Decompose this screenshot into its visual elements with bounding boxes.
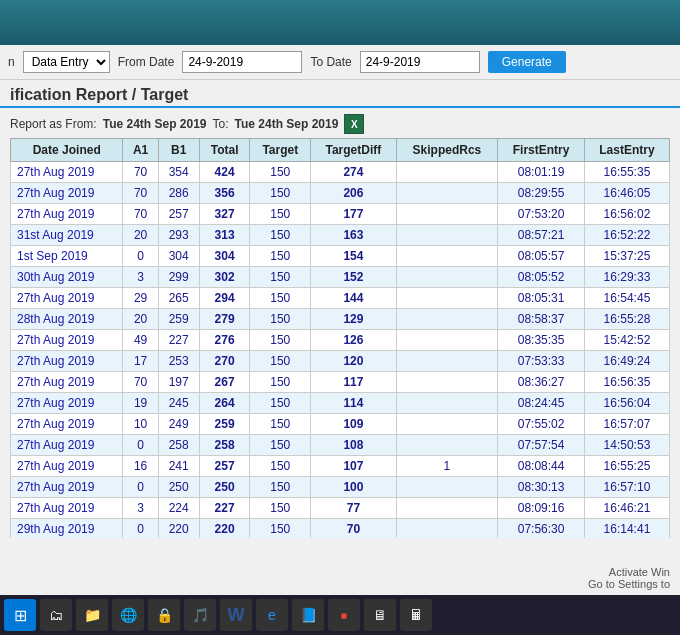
chrome-icon[interactable]: ●	[328, 599, 360, 631]
start-button[interactable]: ⊞	[4, 599, 36, 631]
cell-r9-c4: 150	[250, 351, 311, 372]
cell-r17-c3: 220	[199, 519, 250, 539]
top-bar	[0, 0, 680, 45]
table-row: 30th Aug 2019329930215015208:05:5216:29:…	[11, 267, 670, 288]
cell-r2-c8: 16:56:02	[584, 204, 669, 225]
cell-r1-c7: 08:29:55	[498, 183, 585, 204]
task-view-button[interactable]: 🗂	[40, 599, 72, 631]
cell-r6-c1: 29	[123, 288, 158, 309]
cell-r10-c5: 117	[311, 372, 397, 393]
cell-r9-c1: 17	[123, 351, 158, 372]
calc-icon[interactable]: 🖩	[400, 599, 432, 631]
cell-r16-c4: 150	[250, 498, 311, 519]
cell-r13-c8: 14:50:53	[584, 435, 669, 456]
security-icon[interactable]: 🔒	[148, 599, 180, 631]
files-icon[interactable]: 📁	[76, 599, 108, 631]
cell-r16-c0: 27th Aug 2019	[11, 498, 123, 519]
cell-r0-c4: 150	[250, 162, 311, 183]
cell-r14-c1: 16	[123, 456, 158, 477]
cell-r1-c2: 286	[158, 183, 199, 204]
browser-icon[interactable]: 🌐	[112, 599, 144, 631]
cell-r8-c1: 49	[123, 330, 158, 351]
cell-r15-c8: 16:57:10	[584, 477, 669, 498]
table-row: 27th Aug 20191924526415011408:24:4516:56…	[11, 393, 670, 414]
cell-r0-c8: 16:55:35	[584, 162, 669, 183]
cell-r12-c0: 27th Aug 2019	[11, 414, 123, 435]
monitor-icon[interactable]: 🖥	[364, 599, 396, 631]
col-header-a1: A1	[123, 139, 158, 162]
cell-r0-c2: 354	[158, 162, 199, 183]
cell-r3-c4: 150	[250, 225, 311, 246]
cell-r5-c3: 302	[199, 267, 250, 288]
cell-r0-c7: 08:01:19	[498, 162, 585, 183]
cell-r14-c0: 27th Aug 2019	[11, 456, 123, 477]
cell-r11-c8: 16:56:04	[584, 393, 669, 414]
cell-r4-c8: 15:37:25	[584, 246, 669, 267]
cell-r8-c0: 27th Aug 2019	[11, 330, 123, 351]
cell-r17-c6	[396, 519, 498, 539]
table-row: 27th Aug 20191024925915010907:55:0216:57…	[11, 414, 670, 435]
cell-r5-c5: 152	[311, 267, 397, 288]
cell-r2-c6	[396, 204, 498, 225]
type-dropdown[interactable]: Data Entry	[23, 51, 110, 73]
cell-r3-c3: 313	[199, 225, 250, 246]
table-row: 1st Sep 2019030430415015408:05:5715:37:2…	[11, 246, 670, 267]
cell-r5-c7: 08:05:52	[498, 267, 585, 288]
music-icon[interactable]: 🎵	[184, 599, 216, 631]
from-date-input[interactable]	[182, 51, 302, 73]
cell-r3-c8: 16:52:22	[584, 225, 669, 246]
cell-r5-c4: 150	[250, 267, 311, 288]
cell-r7-c3: 279	[199, 309, 250, 330]
cell-r9-c7: 07:53:33	[498, 351, 585, 372]
type-label: n	[8, 55, 15, 69]
cell-r4-c3: 304	[199, 246, 250, 267]
cell-r8-c4: 150	[250, 330, 311, 351]
cell-r3-c1: 20	[123, 225, 158, 246]
cell-r0-c0: 27th Aug 2019	[11, 162, 123, 183]
cell-r13-c1: 0	[123, 435, 158, 456]
to-date-input[interactable]	[360, 51, 480, 73]
cell-r2-c4: 150	[250, 204, 311, 225]
cell-r3-c0: 31st Aug 2019	[11, 225, 123, 246]
report-table-container: Date JoinedA1B1TotalTargetTargetDiffSkip…	[0, 138, 680, 538]
cell-r17-c0: 29th Aug 2019	[11, 519, 123, 539]
col-header-b1: B1	[158, 139, 199, 162]
table-row: 31st Aug 20192029331315016308:57:2116:52…	[11, 225, 670, 246]
cell-r15-c1: 0	[123, 477, 158, 498]
cell-r11-c3: 264	[199, 393, 250, 414]
generate-button[interactable]: Generate	[488, 51, 566, 73]
cell-r7-c6	[396, 309, 498, 330]
cell-r15-c4: 150	[250, 477, 311, 498]
cell-r5-c8: 16:29:33	[584, 267, 669, 288]
cell-r11-c0: 27th Aug 2019	[11, 393, 123, 414]
cell-r2-c2: 257	[158, 204, 199, 225]
cell-r4-c2: 304	[158, 246, 199, 267]
cell-r13-c7: 07:57:54	[498, 435, 585, 456]
cell-r13-c0: 27th Aug 2019	[11, 435, 123, 456]
meta-to: Tue 24th Sep 2019	[235, 117, 339, 131]
cell-r8-c5: 126	[311, 330, 397, 351]
cell-r8-c7: 08:35:35	[498, 330, 585, 351]
cell-r4-c0: 1st Sep 2019	[11, 246, 123, 267]
cell-r4-c1: 0	[123, 246, 158, 267]
table-header-row: Date JoinedA1B1TotalTargetTargetDiffSkip…	[11, 139, 670, 162]
cell-r16-c6	[396, 498, 498, 519]
excel-export-icon[interactable]: X	[344, 114, 364, 134]
cell-r15-c5: 100	[311, 477, 397, 498]
translate-icon[interactable]: 📘	[292, 599, 324, 631]
cell-r2-c7: 07:53:20	[498, 204, 585, 225]
cell-r7-c1: 20	[123, 309, 158, 330]
cell-r13-c4: 150	[250, 435, 311, 456]
report-meta: Report as From: Tue 24th Sep 2019 To: Tu…	[0, 112, 680, 138]
cell-r3-c2: 293	[158, 225, 199, 246]
cell-r6-c0: 27th Aug 2019	[11, 288, 123, 309]
cell-r1-c1: 70	[123, 183, 158, 204]
table-row: 27th Aug 201916241257150107108:08:4416:5…	[11, 456, 670, 477]
ie-icon[interactable]: e	[256, 599, 288, 631]
table-row: 27th Aug 20197019726715011708:36:2716:56…	[11, 372, 670, 393]
ms-word-icon[interactable]: W	[220, 599, 252, 631]
cell-r1-c8: 16:46:05	[584, 183, 669, 204]
cell-r15-c3: 250	[199, 477, 250, 498]
col-header-date-joined: Date Joined	[11, 139, 123, 162]
cell-r2-c3: 327	[199, 204, 250, 225]
